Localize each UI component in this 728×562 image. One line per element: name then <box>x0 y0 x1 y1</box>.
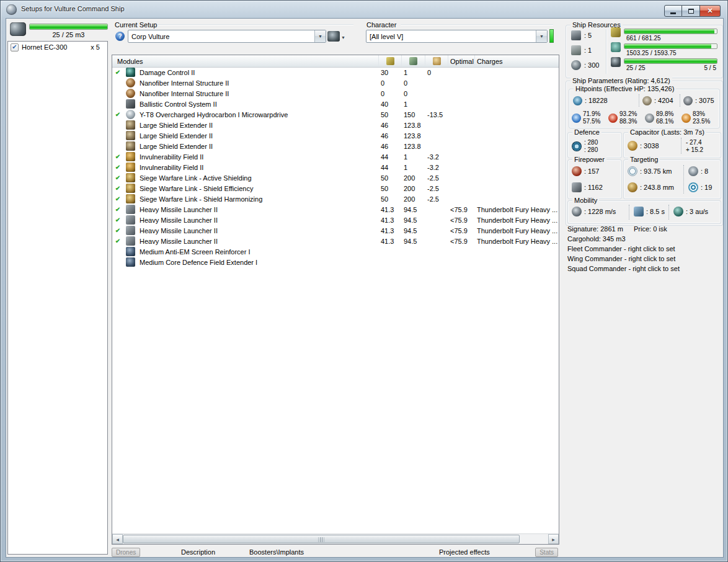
em-resist-icon <box>572 114 581 123</box>
modules-column-header[interactable]: Modules <box>112 55 379 67</box>
warp-speed-stat: : 3 au/s <box>673 207 708 216</box>
siege-warfare-link-icon <box>126 194 135 203</box>
module-row[interactable]: ✔Heavy Missile Launcher II41.394.5<75.9T… <box>112 225 559 236</box>
chevron-down-icon[interactable] <box>536 30 547 42</box>
drone-quantity: x 5 <box>91 43 107 51</box>
setup-select[interactable]: Corp Vulture <box>128 30 326 43</box>
help-icon[interactable] <box>115 32 125 41</box>
maximize-icon <box>688 9 694 14</box>
powergrid-column-header[interactable] <box>402 55 425 67</box>
scroll-left-button[interactable] <box>112 534 123 544</box>
module-row[interactable]: ✔Invulnerability Field II441-3.2 <box>112 162 559 172</box>
capacitor-stat: : 3038 <box>628 141 659 151</box>
tab-drones[interactable]: Drones <box>112 548 140 557</box>
sensor-strength-icon <box>688 182 698 192</box>
scroll-right-button[interactable] <box>548 534 559 544</box>
module-pg: 0 <box>402 90 425 97</box>
maximize-button[interactable] <box>682 5 700 17</box>
ship-select-button[interactable] <box>327 30 350 43</box>
character-skill-indicator <box>549 29 554 43</box>
explosive-armor-resist: 23.5% <box>693 118 710 125</box>
thermal-shield-resist: 93.2% <box>619 110 637 118</box>
setup-select-value: Corp Vulture <box>128 33 314 40</box>
module-pg: 200 <box>402 174 425 182</box>
module-charges: Thunderbolt Fury Heavy ... <box>475 238 559 245</box>
module-row[interactable]: ✔Invulnerability Field II441-3.2 <box>112 151 559 162</box>
module-row[interactable]: ✔Siege Warfare Link - Active Shielding50… <box>112 172 559 183</box>
squad-commander-text[interactable]: Squad Commander - right click to set <box>567 265 680 272</box>
drone-list[interactable]: Hornet EC-300 x 5 <box>7 41 108 555</box>
wing-commander-text[interactable]: Wing Commander - right click to set <box>567 255 675 262</box>
defence-value-top: : 280 <box>584 139 598 146</box>
module-row[interactable]: Nanofiber Internal Structure II00 <box>112 78 559 88</box>
close-button[interactable] <box>700 5 721 17</box>
targeting-title: Targeting <box>628 156 660 163</box>
ship-parameters-group: Ship Parameters (Rating: 4,612) Hitpoint… <box>566 81 723 226</box>
missile-launcher-icon <box>126 236 135 246</box>
thermal-resist-icon <box>608 114 618 123</box>
module-cap: -3.2 <box>425 153 448 161</box>
charges-column-header[interactable]: Charges <box>475 55 559 67</box>
module-active-check-icon: ✔ <box>115 206 120 213</box>
modules-list: ✔Damage Control II3010Nanofiber Internal… <box>112 67 559 533</box>
tab-stats[interactable]: Stats <box>535 548 558 557</box>
dps-value: : 157 <box>584 167 599 175</box>
divider <box>683 165 684 194</box>
horizontal-scrollbar[interactable] <box>112 533 559 544</box>
minimize-icon <box>670 12 676 14</box>
module-name: Ballistic Control System II <box>137 100 379 108</box>
scan-resolution-stat: : 243.8 mm <box>628 182 674 192</box>
module-row[interactable]: Medium Core Defence Field Extender I <box>112 257 559 267</box>
drone-list-item[interactable]: Hornet EC-300 x 5 <box>8 42 107 53</box>
tab-boosters-implants[interactable]: Boosters\Implants <box>249 548 304 556</box>
module-row[interactable]: ✔Siege Warfare Link - Shield Harmonizing… <box>112 194 559 204</box>
calibration-value: : 300 <box>584 61 599 69</box>
module-row[interactable]: ✔Siege Warfare Link - Shield Efficiency5… <box>112 183 559 194</box>
module-row[interactable]: Large Shield Extender II46123.8 <box>112 141 559 151</box>
module-pg: 1 <box>402 164 425 171</box>
module-active-check-icon: ✔ <box>115 153 120 160</box>
structure-icon <box>683 96 693 105</box>
scan-resolution-icon <box>628 182 637 192</box>
optimal-column-header[interactable]: Optimal <box>448 55 475 67</box>
module-cap: -2.5 <box>425 195 448 203</box>
capacitor-column-header[interactable] <box>425 55 448 67</box>
shield-hp: : 18228 <box>573 94 608 107</box>
capacitor-delta-in: + 15.2 <box>686 146 703 154</box>
tab-projected-effects[interactable]: Projected effects <box>439 548 490 556</box>
module-row[interactable]: ✔Y-T8 Overcharged Hydrocarbon I Microwar… <box>112 109 559 120</box>
module-row[interactable]: ✔Damage Control II3010 <box>112 67 559 78</box>
module-row[interactable]: ✔Heavy Missile Launcher II41.394.5<75.9T… <box>112 215 559 225</box>
module-row[interactable]: ✔Heavy Missile Launcher II41.394.5<75.9T… <box>112 204 559 215</box>
module-active-check-icon: ✔ <box>115 111 120 118</box>
thermal-armor-resist: 88.3% <box>619 118 637 125</box>
scrollbar-thumb[interactable] <box>123 535 520 543</box>
cpu-column-header[interactable] <box>379 55 402 67</box>
module-row[interactable]: Medium Anti-EM Screen Reinforcer I <box>112 246 559 257</box>
hitpoints-group: Hitpoints (Effective HP: 135,426) : 1822… <box>569 89 720 128</box>
em-armor-resist: 57.5% <box>583 118 600 125</box>
module-name: Nanofiber Internal Structure II <box>137 90 379 97</box>
chevron-down-icon <box>341 33 345 40</box>
character-select[interactable]: [All level V] <box>366 30 548 43</box>
minimize-button[interactable] <box>664 5 682 17</box>
chevron-down-icon[interactable] <box>314 30 326 42</box>
module-row[interactable]: Ballistic Control System II401 <box>112 99 559 109</box>
em-shield-resist: 71.9% <box>583 110 600 118</box>
modules-table-header: Modules Optimal Charges <box>112 55 559 68</box>
powergrid-bar <box>624 43 717 49</box>
tab-description[interactable]: Description <box>181 548 215 556</box>
scan-resolution-value: : 243.8 mm <box>640 184 674 191</box>
title-bar[interactable]: Setups for Vulture Command Ship <box>1 1 727 18</box>
drone-checkbox[interactable] <box>11 43 19 51</box>
module-cap: -3.2 <box>425 164 448 171</box>
module-row[interactable]: Large Shield Extender II46123.8 <box>112 120 559 130</box>
bottom-tab-bar: Drones Description Boosters\Implants Pro… <box>112 548 559 557</box>
module-row[interactable]: Large Shield Extender II46123.8 <box>112 130 559 141</box>
module-row[interactable]: Nanofiber Internal Structure II00 <box>112 88 559 99</box>
fleet-commander-text[interactable]: Fleet Commander - right click to set <box>567 245 675 252</box>
module-active-check-icon: ✔ <box>115 195 120 202</box>
explosive-shield-resist: 83% <box>693 110 710 118</box>
module-row[interactable]: ✔Heavy Missile Launcher II41.394.5<75.9T… <box>112 236 559 246</box>
sensor-strength-value: : 19 <box>701 184 712 191</box>
